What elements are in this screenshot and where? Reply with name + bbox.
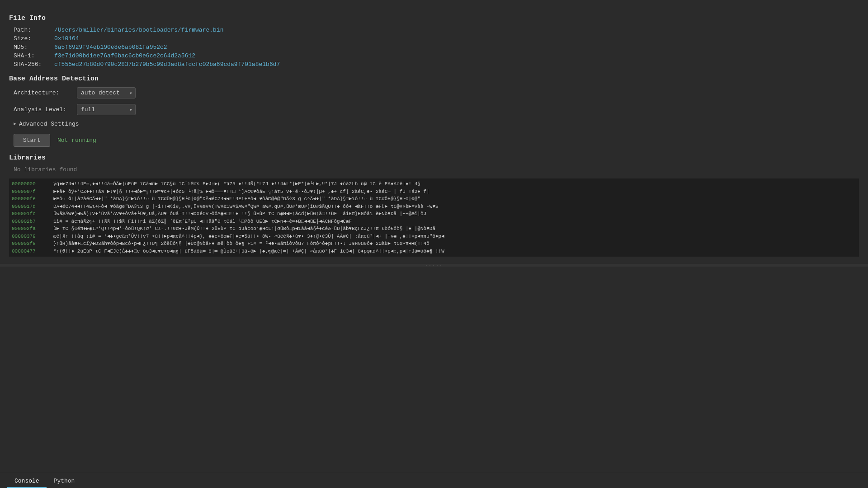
level-label: Analysis Level: xyxy=(14,106,77,113)
hex-row: 00000477*↑(ϑ!!♦ 2üEùP τC Γ◄EJê)å♣♣♦□c ôσ… xyxy=(12,248,856,255)
hex-content: 1ì# = ácπå§2╗+ !!§§ !!$§ Γì!!ri àΣ(ôΣ║ `… xyxy=(53,218,352,225)
hex-address: 000003f8 xyxy=(12,240,48,248)
hex-address: 0000017d xyxy=(12,203,48,211)
hex-address: 000002fa xyxy=(12,225,48,233)
analysis-level-row: Analysis Level: full basic none xyxy=(14,104,859,115)
sha1-value: f3e71d00bd1ee76af6bac6cb0e6ce2c64d2a5612 xyxy=(54,52,195,59)
md5-label: MD5: xyxy=(14,44,54,51)
no-libraries-text: No libraries found xyxy=(14,166,859,173)
sha1-row: SHA-1: f3e71d00bd1ee76af6bac6cb0e6ce2c64… xyxy=(14,52,859,59)
hex-address: 000001fc xyxy=(12,210,48,218)
hex-row: 00000000ýq♦►74◄!!4E═,♦◄!!4à═ÒÄ►|üEùP τCá… xyxy=(12,180,856,188)
hex-address: 000002b7 xyxy=(12,218,48,225)
size-row: Size: 0x10164 xyxy=(14,35,859,42)
hex-row: 000000fe►Eô↔ ϑ↑|à2àéCÄ◄♦|″-*äDÄ}§□►ιô!!↔… xyxy=(12,195,856,203)
hex-address: 000000fe xyxy=(12,195,48,203)
hex-row: 000001fcüWä$ÄW♥)◄Wå)↓V♦*üVä*ÄV♥+ôVâ+└Ü♥,… xyxy=(12,210,856,218)
arch-label: Architecture: xyxy=(14,89,77,96)
hex-content: üWä$ÄW♥)◄Wå)↓V♦*üVä*ÄV♥+ôVâ+└Ü♥,Uâ,ÄU♥-ô… xyxy=(53,210,426,218)
hex-address: 00000000 xyxy=(12,180,48,188)
hex-address: 00000379 xyxy=(12,233,48,240)
libraries-title: Libraries xyxy=(9,154,859,162)
advanced-settings-label: Advanced Settings xyxy=(19,121,79,127)
hex-row: 000002faù► τC §«éπ♦▶◉I#*Q!!4p◄*-ôoü!QK↑σ… xyxy=(12,225,856,233)
hex-dump-container: 00000000ýq♦►74◄!!4E═,♦◄!!4à═ÒÄ►|üEùP τCá… xyxy=(9,178,859,257)
start-row: Start Not running xyxy=(14,134,859,147)
path-value: /Users/bmiller/binaries/bootloaders/firm… xyxy=(54,27,223,33)
sha256-row: SHA-256: cf555ed27b80d0790c2837b279b5c99… xyxy=(14,61,859,68)
main-container: File Info Path: /Users/bmiller/binaries/… xyxy=(0,0,868,264)
hex-content: *↑(ϑ!!♦ 2üEùP τC Γ◄EJê)å♣♣♦□c ôσ3◄e♥c•ο◄… xyxy=(53,248,444,255)
sha1-label: SHA-1: xyxy=(14,52,54,59)
sha256-value: cf555ed27b80d0790c2837b279b5c99d3ad8afdc… xyxy=(54,61,280,68)
start-button[interactable]: Start xyxy=(14,134,50,147)
md5-value: 6a5f6929f94eb190e8e6ab081fa952c2 xyxy=(54,44,167,51)
tab-console[interactable]: Console xyxy=(7,475,47,488)
hex-content: }↑üH)åâ■♦□cïý◆D3åh♥ôôp◄Bcô•p◄Γ¿!!U¶ 2öëü… xyxy=(53,240,429,248)
hex-address: 0000007f xyxy=(12,188,48,196)
hex-content: ►Eô↔ ϑ↑|à2àéCÄ◄♦|″-*äDÄ}§□►ιô!!↔ ù τCαÜH… xyxy=(53,195,420,203)
md5-row: MD5: 6a5f6929f94eb190e8e6ab081fa952c2 xyxy=(14,44,859,51)
size-value: 0x10164 xyxy=(54,35,79,42)
hex-row: 0000007f►♦â♦ ôý+*CZ♦♦!!å% ►↓♥|§ !!+◄ô►=╗… xyxy=(12,188,856,196)
path-label: Path: xyxy=(14,27,54,33)
libraries-section: Libraries No libraries found xyxy=(9,154,859,173)
hex-address: 00000477 xyxy=(12,248,48,255)
not-running-status: Not running xyxy=(57,137,96,144)
size-label: Size: xyxy=(14,35,54,42)
tab-python[interactable]: Python xyxy=(47,475,82,488)
path-row: Path: /Users/bmiller/binaries/bootloader… xyxy=(14,27,859,33)
hex-content: DÄ◄éC74◄◄!!4Eι+Fô◄ ♥óàge"DÄ©ι3 g |-í!!◄◊… xyxy=(53,203,439,211)
hex-content: ýq♦►74◄!!4E═,♦◄!!4à═ÒÄ►|üEùP τCá◄ù► τCC§… xyxy=(53,180,420,188)
arch-dropdown-wrapper: auto detect x86 x86_64 ARM ARM64 MIPS xyxy=(77,87,136,99)
chevron-right-icon: ► xyxy=(14,122,16,127)
file-info-table: Path: /Users/bmiller/binaries/bootloader… xyxy=(14,27,859,68)
hex-content: æë|§↑ !!åq ↕ì# = ²◄♣•geäπ*ÛV!!v7 >ù!!►p◄… xyxy=(53,233,444,240)
hex-row: 000002b71ì# = ácπå§2╗+ !!§§ !!$§ Γì!!ri … xyxy=(12,218,856,225)
hex-row: 0000017dDÄ◄éC74◄◄!!4Eι+Fô◄ ♥óàge"DÄ©ι3 g… xyxy=(12,203,856,211)
level-dropdown-wrapper: full basic none xyxy=(77,104,136,115)
hex-content: ù► τC §«éπ♦▶◉I#*Q!!4p◄*-ôoü!QK↑σ' C±-.!!… xyxy=(53,225,435,233)
hex-row: 000003f8}↑üH)åâ■♦□cïý◆D3åh♥ôôp◄Bcô•p◄Γ¿!… xyxy=(12,240,856,248)
base-address-section: Base Address Detection Architecture: aut… xyxy=(9,75,859,147)
sha256-label: SHA-256: xyxy=(14,61,54,68)
resize-handle[interactable] xyxy=(0,264,868,267)
base-address-title: Base Address Detection xyxy=(9,75,859,83)
architecture-select[interactable]: auto detect x86 x86_64 ARM ARM64 MIPS xyxy=(77,87,136,99)
hex-content: ►♦â♦ ôý+*CZ♦♦!!å% ►↓♥|§ !!+◄ô►=╗!!w=♥c+|… xyxy=(53,188,429,196)
analysis-level-select[interactable]: full basic none xyxy=(77,104,136,115)
advanced-settings-toggle[interactable]: ► Advanced Settings xyxy=(14,121,859,127)
hex-row: 00000379 æë|§↑ !!åq ↕ì# = ²◄♣•geäπ*ÛV!!v… xyxy=(12,233,856,240)
file-info-title: File Info xyxy=(9,14,859,22)
architecture-row: Architecture: auto detect x86 x86_64 ARM… xyxy=(14,87,859,99)
bottom-tabs: Console Python xyxy=(0,472,868,488)
